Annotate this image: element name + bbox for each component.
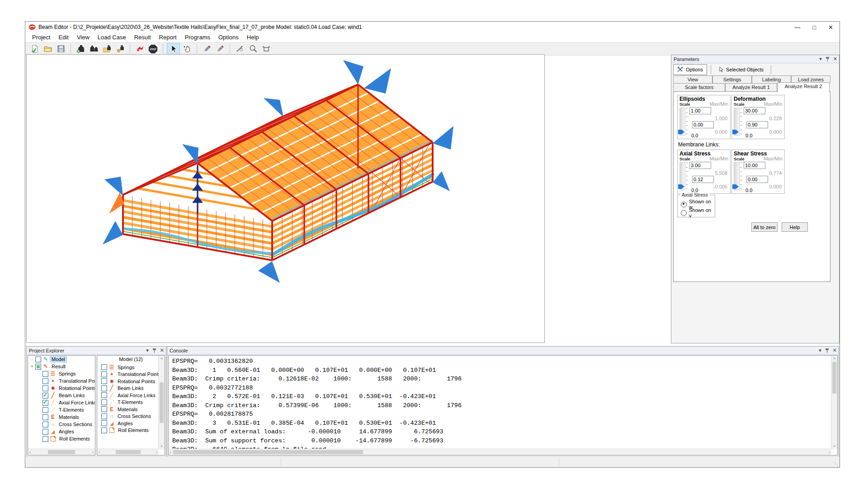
checkbox[interactable] <box>42 414 48 420</box>
list-item-rotational-points[interactable]: ✱Rotational Points <box>97 378 165 385</box>
tree-item-cross-sections[interactable]: ∩ Cross Sections <box>28 421 95 428</box>
checkbox[interactable] <box>101 406 107 412</box>
scroll-down-icon[interactable]: ˅ <box>160 444 163 448</box>
ellipsoids-min-input[interactable] <box>692 121 714 128</box>
menu-help[interactable]: Help <box>243 33 263 42</box>
checkbox[interactable] <box>42 385 48 391</box>
tree-item-label[interactable]: Cross Sections <box>57 422 94 427</box>
console-horizontal-scrollbar[interactable]: ‹ › <box>169 449 831 455</box>
tree-item-label[interactable]: T-Elements <box>57 407 85 413</box>
model-viewport[interactable] <box>26 54 545 343</box>
tree-item-label[interactable]: Translational Points <box>57 378 95 384</box>
scroll-left-icon[interactable]: ‹ <box>170 450 171 455</box>
tree-item-rotational-points[interactable]: ✱ Rotational Points <box>28 385 95 392</box>
scrollbar-thumb[interactable] <box>832 362 836 394</box>
scroll-left-icon[interactable]: ‹ <box>99 450 100 455</box>
tree-item-model[interactable]: › ✎ Model <box>28 356 95 363</box>
checkbox[interactable] <box>101 399 107 405</box>
list-item-translational-points[interactable]: ✦Translational Points <box>97 371 165 378</box>
checkbox[interactable] <box>35 364 41 370</box>
tree-item-label[interactable]: Materials <box>57 414 80 420</box>
tree-item-label[interactable]: Roll Elements <box>58 436 91 441</box>
save-model-button[interactable] <box>55 43 67 55</box>
dropdown-icon[interactable]: ▾ <box>819 347 821 353</box>
menu-options[interactable]: Options <box>214 33 243 42</box>
load-case-settings-button[interactable] <box>114 43 126 55</box>
open-model-button[interactable] <box>42 43 54 55</box>
scroll-right-icon[interactable]: › <box>92 450 94 455</box>
list-item-axial-force-links[interactable]: ╱Axial Force Links <box>97 392 165 399</box>
scrollbar-thumb[interactable] <box>48 450 75 454</box>
list-item-beam-links[interactable]: ╱Beam Links <box>97 385 165 392</box>
tree-horizontal-scrollbar[interactable]: ‹ › <box>28 449 95 455</box>
list-vertical-scrollbar[interactable]: ˄ ˅ <box>158 356 165 449</box>
tree-item-materials[interactable]: E Materials <box>28 413 95 421</box>
tab-options[interactable]: Options <box>673 64 707 75</box>
list-item-t-elements[interactable]: ⋰T-Elements <box>97 399 165 406</box>
close-icon[interactable]: ✕ <box>833 56 837 62</box>
checkbox[interactable] <box>42 400 48 406</box>
tab-settings[interactable]: Settings <box>712 75 752 84</box>
tree-item-label[interactable]: Rotational Points <box>57 385 95 391</box>
menu-report[interactable]: Report <box>155 33 181 42</box>
checkbox[interactable] <box>42 407 48 413</box>
pin-icon[interactable] <box>825 348 829 353</box>
scroll-down-icon[interactable]: ˅ <box>833 444 835 448</box>
new-model-button[interactable] <box>28 43 41 55</box>
scrollbar-thumb[interactable] <box>173 450 363 454</box>
pin-icon[interactable] <box>152 348 156 353</box>
checkbox[interactable] <box>42 371 48 377</box>
tree-item-axial-force-links[interactable]: ╱ Axial Force Links <box>28 399 95 406</box>
radio-shown-on-v[interactable]: Shown on v <box>681 207 715 218</box>
checkbox[interactable] <box>101 371 107 377</box>
list-horizontal-scrollbar[interactable]: ‹ › <box>97 449 159 455</box>
deformation-min-input[interactable] <box>746 121 768 128</box>
expand-icon[interactable]: › <box>29 357 35 361</box>
tree-item-translational-points[interactable]: ✦ Translational Points <box>28 377 95 385</box>
checkbox[interactable] <box>101 420 107 426</box>
scrollbar-thumb[interactable] <box>116 450 141 454</box>
axial-stress-min-input[interactable] <box>692 176 714 183</box>
checkbox[interactable] <box>101 385 107 391</box>
scroll-right-icon[interactable]: › <box>829 450 830 455</box>
close-icon[interactable]: ✕ <box>160 347 164 353</box>
tree-item-angles[interactable]: ◢ Angles <box>28 428 95 435</box>
scroll-right-icon[interactable]: › <box>156 450 157 455</box>
checkbox[interactable] <box>42 378 48 384</box>
stop-calculation-button[interactable]: STOP <box>147 43 159 55</box>
tree-item-beam-links[interactable]: ╱ Beam Links <box>28 392 95 399</box>
resize-grip-icon[interactable]: ⋱ <box>833 460 839 467</box>
list-item-springs[interactable]: ☰Springs <box>97 364 165 371</box>
tab-view[interactable]: View <box>673 75 712 84</box>
checkbox[interactable] <box>42 422 48 427</box>
pin-icon[interactable] <box>826 56 830 61</box>
checkbox[interactable] <box>42 436 48 442</box>
all-to-zero-button[interactable]: All to zero <box>751 222 778 232</box>
dropdown-icon[interactable]: ▾ <box>819 56 822 62</box>
checkbox[interactable] <box>101 378 107 384</box>
shear-stress-max-input[interactable] <box>744 162 765 169</box>
zoom-button[interactable] <box>247 43 259 55</box>
dropdown-icon[interactable]: ▾ <box>146 347 149 353</box>
load-cases-button[interactable] <box>88 43 100 55</box>
menu-load-case[interactable]: Load Case <box>94 33 130 42</box>
tree-item-springs[interactable]: ☰ Springs <box>28 370 95 377</box>
list-item-angles[interactable]: ◢Angles <box>97 420 165 427</box>
checkbox[interactable] <box>42 429 48 435</box>
tree-item-label[interactable]: Beam Links <box>57 393 86 398</box>
draw-link-button[interactable] <box>214 43 226 55</box>
checkbox[interactable] <box>101 413 107 419</box>
menu-result[interactable]: Result <box>130 33 155 42</box>
zoom-extents-button[interactable] <box>260 43 272 55</box>
collapse-icon[interactable]: ˅ <box>29 364 35 369</box>
tab-analyze-result-2[interactable]: Analyze Result 2 <box>777 82 830 93</box>
add-load-case-button[interactable] <box>75 43 87 55</box>
tab-scale-factors[interactable]: Scale factors <box>673 83 725 91</box>
scroll-up-icon[interactable]: ˄ <box>833 357 835 361</box>
checkbox[interactable] <box>35 357 41 362</box>
close-icon[interactable]: ✕ <box>833 347 837 353</box>
pan-view-button[interactable] <box>181 43 193 55</box>
ellipsoids-max-input[interactable] <box>689 107 711 114</box>
scrollbar-thumb[interactable] <box>160 382 164 423</box>
calculate-button[interactable] <box>134 43 146 55</box>
